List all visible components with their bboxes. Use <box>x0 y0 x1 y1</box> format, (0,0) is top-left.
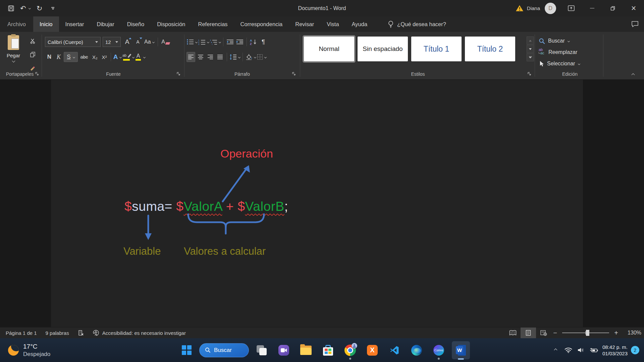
zoom-in-button[interactable]: + <box>612 329 620 337</box>
justify-button[interactable] <box>216 52 224 62</box>
multilevel-list-button[interactable]: 1ai <box>210 37 221 47</box>
text-effects-button[interactable]: A <box>113 52 122 62</box>
collapse-ribbon-button[interactable] <box>632 71 634 77</box>
align-center-button[interactable] <box>196 52 205 62</box>
find-button[interactable]: Buscar <box>539 36 570 46</box>
microsoft-store-button[interactable] <box>319 340 337 361</box>
close-button[interactable]: × <box>623 0 644 16</box>
tab-disposicion[interactable]: Disposición <box>151 16 192 32</box>
bullets-button[interactable] <box>186 37 197 47</box>
clear-formatting-button[interactable]: A <box>161 37 170 47</box>
line-spacing-button[interactable] <box>229 52 240 62</box>
minimize-button[interactable] <box>582 0 602 16</box>
tab-archivo[interactable]: Archivo <box>0 16 33 32</box>
tell-me-box[interactable]: ¿Qué desea hacer? <box>388 16 446 32</box>
file-explorer-button[interactable] <box>297 340 315 361</box>
save-button[interactable] <box>7 3 15 13</box>
task-view-button[interactable] <box>252 340 271 361</box>
tab-insertar[interactable]: Insertar <box>59 16 91 32</box>
tab-vista[interactable]: Vista <box>320 16 345 32</box>
zoom-level[interactable]: 130% <box>622 330 641 336</box>
wifi-button[interactable] <box>562 338 575 362</box>
taskbar-search[interactable]: Buscar <box>199 343 249 357</box>
tab-diseno[interactable]: Diseño <box>121 16 151 32</box>
vscode-button[interactable] <box>385 340 404 361</box>
fuente-dialog-launcher[interactable] <box>176 72 181 76</box>
clock[interactable]: 08:42 p. m. 01/03/2023 <box>602 344 628 357</box>
read-mode-button[interactable] <box>505 327 521 339</box>
superscript-button[interactable]: X² <box>100 52 109 62</box>
change-case-button[interactable]: Aa <box>144 37 154 47</box>
tray-chevron-button[interactable] <box>549 338 562 362</box>
select-button[interactable]: Seleccionar <box>539 59 580 69</box>
style-sin-espaciado[interactable]: Sin espaciado <box>358 37 408 61</box>
styles-scroll-up-button[interactable] <box>527 37 534 45</box>
borders-button[interactable] <box>257 52 266 62</box>
edge-button[interactable] <box>407 340 426 361</box>
undo-button[interactable]: ↶ <box>20 3 31 13</box>
chat-button[interactable] <box>274 340 293 361</box>
style-normal[interactable]: Normal <box>304 37 354 61</box>
accessibility-status[interactable]: Accesibilidad: es necesario investigar <box>93 329 186 336</box>
style-titulo-2[interactable]: Título 2 <box>465 37 515 61</box>
numbering-button[interactable]: 123 <box>198 37 209 47</box>
font-size-combo[interactable]: 12 <box>103 37 121 47</box>
portapapeles-dialog-launcher[interactable] <box>35 72 40 76</box>
notification-badge[interactable]: 2 <box>631 346 639 354</box>
zoom-slider[interactable] <box>562 330 609 336</box>
tab-dibujar[interactable]: Dibujar <box>91 16 121 32</box>
decrease-indent-button[interactable] <box>226 37 234 47</box>
redo-button[interactable]: ↻ <box>35 3 44 13</box>
start-button[interactable] <box>177 340 196 361</box>
zoom-out-button[interactable]: − <box>551 329 559 337</box>
word-count[interactable]: 9 palabras <box>46 330 69 336</box>
bold-button[interactable]: N <box>45 52 54 62</box>
chrome-button[interactable] <box>341 340 360 361</box>
shading-button[interactable] <box>245 52 256 62</box>
increase-indent-button[interactable] <box>235 37 244 47</box>
ribbon-display-options-button[interactable] <box>561 0 582 16</box>
warning-icon[interactable] <box>516 5 524 12</box>
document-page[interactable]: Operación $suma= $ValorA + $ValorB; Vari… <box>51 80 583 327</box>
weather-widget[interactable]: 17°C Despejado <box>8 338 50 362</box>
estilos-dialog-launcher[interactable] <box>527 72 532 76</box>
tab-inicio[interactable]: Inicio <box>33 16 59 32</box>
page-indicator[interactable]: Página 1 de 1 <box>6 330 37 336</box>
proofing-errors-icon[interactable] <box>78 330 84 336</box>
restore-button[interactable] <box>602 0 623 16</box>
show-marks-button[interactable]: ¶ <box>259 37 268 47</box>
font-color-button[interactable]: A <box>135 52 145 62</box>
word-button[interactable]: W <box>451 340 470 361</box>
web-layout-button[interactable] <box>536 327 551 339</box>
volume-button[interactable] <box>575 338 588 362</box>
battery-button[interactable] <box>588 338 600 362</box>
paste-button[interactable]: Pegar <box>4 35 23 62</box>
tab-referencias[interactable]: Referencias <box>192 16 234 32</box>
avatar[interactable]: D <box>545 3 556 14</box>
replace-button[interactable]: ab ac Reemplazar <box>539 47 577 57</box>
customize-qat-button[interactable] <box>49 3 57 13</box>
styles-more-button[interactable] <box>527 53 534 61</box>
xampp-button[interactable]: X <box>363 340 382 361</box>
grow-font-button[interactable]: A <box>123 37 131 47</box>
zoom-slider-thumb[interactable] <box>586 330 589 336</box>
style-titulo-1[interactable]: Título 1 <box>411 37 462 61</box>
copy-button[interactable] <box>28 49 37 59</box>
comments-icon[interactable] <box>631 21 639 27</box>
shrink-font-button[interactable]: A <box>133 37 142 47</box>
tab-revisar[interactable]: Revisar <box>289 16 320 32</box>
parrafo-dialog-launcher[interactable] <box>292 72 297 76</box>
tab-ayuda[interactable]: Ayuda <box>345 16 374 32</box>
canva-button[interactable]: Canva <box>429 340 448 361</box>
styles-scroll-down-button[interactable] <box>527 45 534 53</box>
align-left-button[interactable] <box>186 52 195 62</box>
cut-button[interactable] <box>28 36 37 46</box>
subscript-button[interactable]: X₂ <box>91 52 99 62</box>
underline-button[interactable]: S <box>64 52 78 62</box>
sort-button[interactable]: A Z <box>249 37 258 47</box>
align-right-button[interactable] <box>206 52 215 62</box>
highlight-color-button[interactable]: ab <box>122 52 134 62</box>
strikethrough-button[interactable]: abc <box>78 52 90 62</box>
italic-button[interactable]: K <box>54 52 63 62</box>
user-name[interactable]: Diana <box>527 5 540 11</box>
